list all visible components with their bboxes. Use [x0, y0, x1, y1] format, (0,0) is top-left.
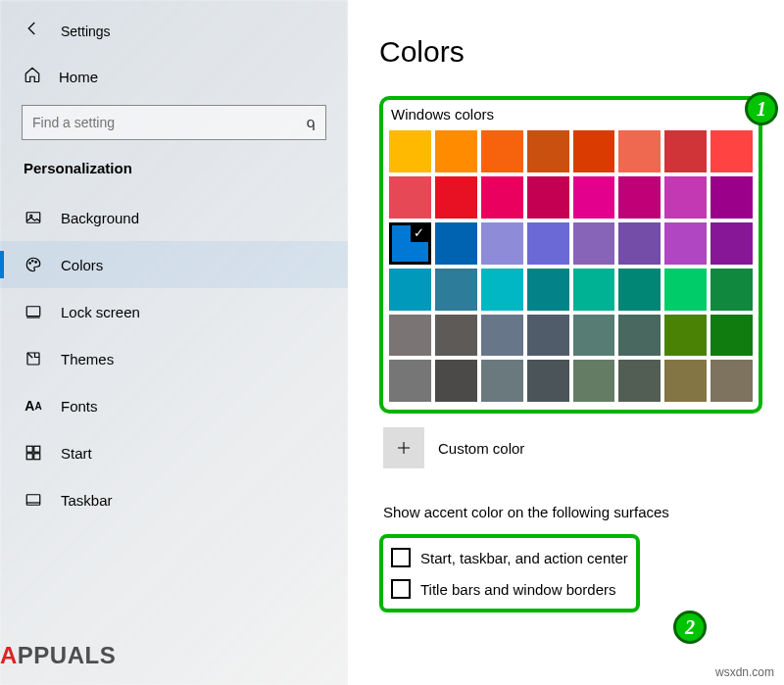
sidebar-item-start[interactable]: Start: [0, 429, 348, 476]
search-input[interactable]: [32, 115, 306, 130]
color-swatch[interactable]: [618, 176, 661, 219]
section-title: Personalization: [0, 160, 348, 194]
taskbar-icon: [24, 490, 43, 510]
search-icon: ⍴: [306, 114, 316, 131]
color-swatch[interactable]: [664, 222, 707, 265]
checkbox-start-taskbar[interactable]: Start, taskbar, and action center: [391, 542, 628, 573]
picture-icon: [24, 208, 43, 227]
svg-point-3: [32, 261, 34, 263]
sidebar-item-label: Lock screen: [61, 304, 140, 320]
sidebar-item-fonts[interactable]: AA Fonts: [0, 382, 348, 429]
annotation-box-2: Start, taskbar, and action center Title …: [379, 534, 640, 612]
color-swatch[interactable]: [481, 176, 523, 219]
color-swatch[interactable]: [573, 176, 615, 219]
color-swatch[interactable]: [435, 360, 477, 402]
color-swatch[interactable]: [710, 315, 753, 357]
color-swatch[interactable]: [481, 360, 523, 402]
search-box[interactable]: ⍴: [22, 105, 326, 140]
color-swatch[interactable]: [527, 176, 569, 219]
checkbox-title-bars[interactable]: Title bars and window borders: [391, 573, 628, 605]
home-icon: [24, 66, 41, 87]
color-swatch[interactable]: [573, 222, 615, 265]
color-swatch[interactable]: [435, 130, 477, 172]
app-title: Settings: [61, 24, 111, 39]
color-swatch[interactable]: [527, 222, 569, 265]
sidebar-item-label: Taskbar: [61, 492, 113, 509]
watermark-logo: APPUALS: [0, 642, 116, 669]
home-link[interactable]: Home: [0, 42, 348, 101]
sidebar-item-label: Start: [61, 445, 92, 462]
color-swatch[interactable]: [389, 176, 431, 219]
sidebar-item-label: Colors: [61, 257, 103, 273]
color-swatch[interactable]: [435, 176, 477, 219]
color-swatch[interactable]: [435, 222, 477, 265]
color-swatch[interactable]: [389, 269, 431, 311]
checkbox-label: Title bars and window borders: [420, 581, 616, 598]
callout-2: 2: [673, 611, 707, 644]
color-swatch[interactable]: [664, 176, 707, 219]
color-swatch[interactable]: [664, 130, 707, 172]
svg-rect-8: [34, 446, 40, 452]
color-swatch[interactable]: [710, 222, 753, 265]
sidebar-item-colors[interactable]: Colors: [0, 241, 348, 288]
fonts-icon: AA: [24, 396, 43, 416]
callout-1: 1: [745, 92, 778, 125]
page-title: Colors: [379, 35, 762, 69]
themes-icon: [24, 349, 43, 368]
color-swatch[interactable]: [389, 130, 431, 172]
back-icon[interactable]: [24, 20, 41, 42]
sidebar-item-label: Fonts: [61, 398, 98, 415]
accent-surfaces-heading: Show accent color on the following surfa…: [383, 504, 762, 520]
color-swatch[interactable]: [710, 130, 753, 172]
sidebar-item-themes[interactable]: Themes: [0, 335, 348, 382]
checkbox-icon: [391, 579, 411, 599]
sidebar-item-lock-screen[interactable]: Lock screen: [0, 288, 348, 335]
svg-rect-10: [34, 454, 40, 460]
color-swatch[interactable]: [435, 315, 477, 357]
color-swatch[interactable]: [618, 315, 661, 357]
color-swatch[interactable]: [389, 315, 431, 357]
sidebar-item-background[interactable]: Background: [0, 194, 348, 241]
svg-point-4: [35, 262, 37, 264]
color-swatch[interactable]: [664, 315, 707, 357]
color-swatch[interactable]: [573, 130, 615, 172]
color-swatch[interactable]: [527, 130, 569, 172]
color-swatch[interactable]: ✓: [389, 222, 431, 265]
color-swatch[interactable]: [664, 360, 707, 402]
color-swatch[interactable]: [527, 315, 569, 357]
color-swatch[interactable]: [481, 315, 523, 357]
checkbox-icon: [391, 548, 411, 567]
color-swatch[interactable]: [618, 269, 661, 311]
color-swatch[interactable]: [481, 222, 523, 265]
svg-rect-9: [26, 454, 32, 460]
color-swatch[interactable]: [618, 130, 661, 172]
check-icon: ✓: [411, 224, 428, 242]
color-swatch[interactable]: [573, 269, 615, 311]
color-swatch[interactable]: [618, 222, 661, 265]
color-swatch[interactable]: [618, 360, 661, 402]
color-swatch[interactable]: [527, 269, 569, 311]
svg-rect-7: [26, 446, 32, 452]
color-swatch[interactable]: [573, 315, 615, 357]
lock-screen-icon: [24, 302, 43, 321]
header: Settings: [0, 0, 348, 42]
custom-color-button[interactable]: [383, 427, 424, 468]
palette-icon: [24, 255, 43, 274]
color-swatch[interactable]: [710, 176, 753, 219]
color-swatch[interactable]: [710, 269, 753, 311]
color-swatch[interactable]: [435, 269, 477, 311]
color-swatch[interactable]: [664, 269, 707, 311]
sidebar: Settings Home ⍴ Personalization Backgrou…: [0, 0, 348, 685]
sidebar-item-taskbar[interactable]: Taskbar: [0, 476, 348, 523]
color-swatch[interactable]: [481, 269, 523, 311]
main-panel: Colors Windows colors ✓ 1 Custom color S…: [348, 0, 784, 685]
custom-color-label: Custom color: [438, 440, 524, 457]
color-swatch[interactable]: [389, 360, 431, 402]
color-swatch[interactable]: [710, 360, 753, 402]
svg-point-2: [29, 263, 31, 265]
color-swatch[interactable]: [527, 360, 569, 402]
sidebar-item-label: Background: [61, 210, 139, 226]
color-swatch[interactable]: [481, 130, 523, 172]
color-swatch[interactable]: [573, 360, 615, 402]
sidebar-item-label: Themes: [61, 351, 114, 367]
